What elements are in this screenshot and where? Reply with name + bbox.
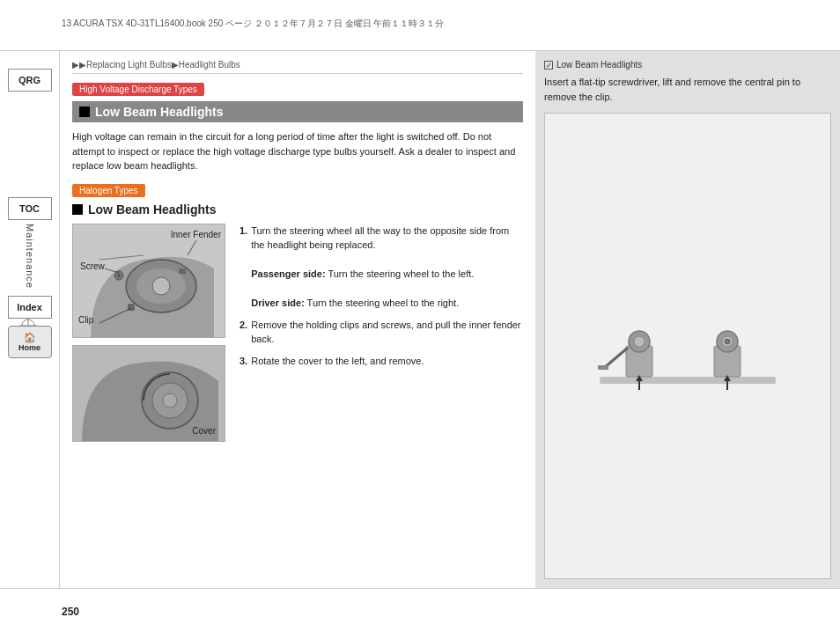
label-inner-fender: Inner Fender [171, 230, 221, 239]
right-panel-instruction: Insert a flat-tip screwdriver, lift and … [544, 75, 831, 104]
right-panel-label: ✓ Low Beam Headlights [544, 60, 831, 70]
step-1-passenger-label: Passenger side: [251, 268, 325, 279]
label-clip: Clip [78, 315, 93, 325]
clip-removal-svg [591, 276, 785, 416]
page-number: 250 [62, 606, 79, 618]
step-3-num: 3. [239, 354, 247, 369]
car-image-1: Screw Inner Fender Clip [72, 224, 225, 338]
step-1-text: Turn the steering wheel all the way to t… [251, 225, 509, 251]
sidebar-maintenance-label: Maintenance [25, 224, 35, 289]
right-panel: ✓ Low Beam Headlights Insert a flat-tip … [535, 51, 840, 588]
step-2-num: 2. [239, 318, 247, 347]
step-2-text: Remove the holding clips and screws, and… [251, 318, 523, 347]
hvd-section-header: Low Beam Headlights [72, 101, 523, 122]
header-strip: 13 ACURA TSX 4D-31TL16400.book 250 ページ ２… [0, 0, 840, 51]
label-screw: Screw [80, 261, 105, 271]
svg-point-36 [634, 336, 645, 347]
hvd-section-title: Low Beam Headlights [95, 105, 223, 119]
halogen-badge: Halogen Types [72, 184, 145, 197]
svg-rect-38 [598, 365, 608, 370]
svg-point-31 [163, 393, 177, 408]
section-header-square [79, 107, 90, 117]
svg-point-44 [725, 339, 730, 344]
svg-rect-20 [179, 268, 186, 274]
halogen-title-square [72, 204, 83, 215]
header-text: 13 ACURA TSX 4D-31TL16400.book 250 ページ ２… [62, 18, 444, 30]
svg-rect-32 [591, 276, 785, 416]
svg-rect-19 [128, 304, 135, 311]
svg-point-18 [152, 277, 170, 295]
svg-rect-33 [600, 377, 776, 384]
sidebar-btn-home[interactable]: 🏠 Home [8, 326, 52, 358]
sidebar-btn-index[interactable]: Index [8, 296, 52, 319]
step-1-num: 1. [239, 224, 247, 311]
sidebar-btn-toc[interactable]: TOC [8, 197, 52, 220]
halogen-body: Screw Inner Fender Clip [72, 224, 523, 442]
right-panel-image [544, 113, 831, 579]
home-label: Home [12, 343, 48, 352]
breadcrumb: ▶▶Replacing Light Bulbs▶Headlight Bulbs [72, 60, 523, 74]
step-2: 2. Remove the holding clips and screws, … [239, 318, 523, 347]
hvd-warning-text: High voltage can remain in the circuit f… [72, 129, 523, 173]
bottom-strip: 250 [0, 588, 840, 632]
step-3-text: Rotate the cover to the left, and remove… [251, 354, 424, 369]
instructions-column: 1. Turn the steering wheel all the way t… [239, 224, 523, 442]
step-1-driver-text: Turn the steering wheel to the right. [307, 298, 460, 308]
home-icon: 🏠 [24, 332, 36, 342]
hvd-badge: High Voltage Discharge Types [72, 83, 204, 96]
car-image-1-svg [73, 224, 225, 338]
sidebar-btn-qrg[interactable]: QRG [8, 69, 52, 92]
left-panel: ▶▶Replacing Light Bulbs▶Headlight Bulbs … [60, 51, 535, 588]
step-3: 3. Rotate the cover to the left, and rem… [239, 354, 523, 369]
step-1: 1. Turn the steering wheel all the way t… [239, 224, 523, 311]
images-column: Screw Inner Fender Clip [72, 224, 231, 442]
main-content: ▶▶Replacing Light Bulbs▶Headlight Bulbs … [60, 51, 840, 588]
step-1-driver-label: Driver side: [251, 298, 305, 308]
right-panel-label-text: Low Beam Headlights [556, 60, 642, 70]
left-sidebar: QRG TOC Maintenance Index 🏠 Home [0, 51, 60, 588]
step-1-content: Turn the steering wheel all the way to t… [251, 224, 523, 311]
step-1-passenger-text: Turn the steering wheel to the left. [328, 268, 474, 279]
halogen-section-title: Low Beam Headlights [72, 202, 523, 217]
car-image-2: Cover [72, 345, 225, 442]
checkbox-icon: ✓ [544, 61, 553, 70]
label-cover: Cover [192, 426, 216, 436]
